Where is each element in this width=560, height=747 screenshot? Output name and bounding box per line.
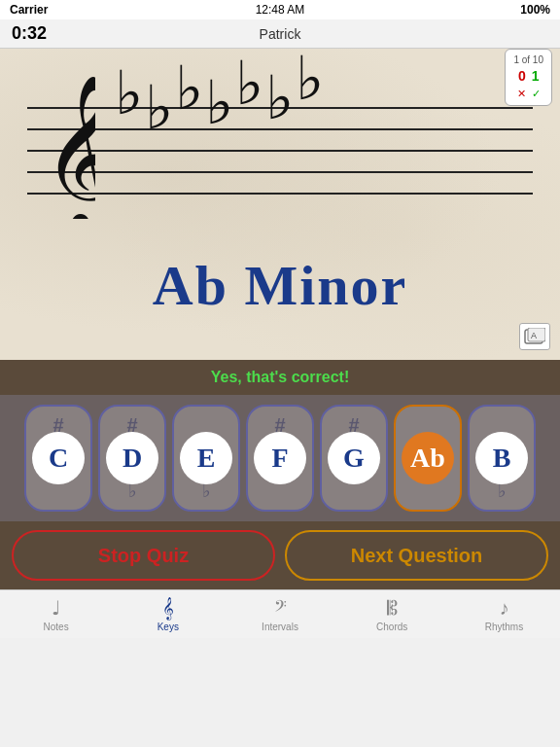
key-name-display: Ab Minor bbox=[153, 253, 408, 318]
status-bar: Carrier 12:48 AM 100% bbox=[0, 0, 560, 19]
tab-rhythms[interactable]: ♪Rhythms bbox=[448, 590, 560, 638]
chords-tab-icon: 𝄡 bbox=[387, 597, 398, 620]
flashcard-button[interactable]: A bbox=[519, 323, 550, 350]
next-question-button[interactable]: Next Question bbox=[285, 530, 548, 581]
rhythms-tab-icon: ♪ bbox=[499, 597, 508, 620]
tab-intervals[interactable]: 𝄢Intervals bbox=[224, 590, 335, 638]
flat-7: ♭ bbox=[296, 49, 324, 138]
flat-6: ♭ bbox=[265, 68, 294, 138]
notes-tab-icon: ♩ bbox=[52, 596, 60, 620]
key-button-b[interactable]: B♭ bbox=[468, 405, 536, 512]
key-label-ab: Ab bbox=[402, 432, 454, 484]
flat-symbol: ♭ bbox=[202, 480, 210, 502]
flat-symbol: ♭ bbox=[498, 480, 506, 502]
x-mark-icon: ✕ bbox=[517, 87, 526, 101]
key-button-c[interactable]: #C bbox=[24, 405, 92, 512]
key-label-f: F bbox=[254, 432, 306, 484]
staff-line-5 bbox=[27, 193, 533, 195]
right-count: 1 bbox=[532, 67, 540, 87]
treble-clef-icon: 𝄞 bbox=[37, 63, 95, 223]
chords-tab-label: Chords bbox=[376, 622, 407, 632]
battery-label: 100% bbox=[520, 3, 550, 17]
key-button-f[interactable]: #F bbox=[246, 405, 314, 512]
key-signature: ♭ ♭ ♭ ♭ ♭ ♭ ♭ bbox=[115, 68, 324, 138]
key-label-d: D bbox=[106, 432, 158, 484]
flat-3: ♭ bbox=[175, 58, 203, 138]
tab-bar: ♩Notes𝄞Keys𝄢Intervals𝄡Chords♪Rhythms bbox=[0, 589, 560, 638]
sharp-symbol: # bbox=[348, 414, 359, 437]
staff-line-4 bbox=[27, 171, 533, 173]
svg-text:A: A bbox=[531, 331, 537, 340]
header: 0:32 Patrick bbox=[0, 19, 560, 49]
feedback-bar: Yes, that's correct! bbox=[0, 360, 560, 395]
key-button-d[interactable]: #D♭ bbox=[98, 405, 166, 512]
sharp-symbol: # bbox=[126, 414, 137, 437]
check-icon: ✓ bbox=[532, 87, 541, 101]
wrong-count: 0 bbox=[518, 67, 526, 87]
time-label: 12:48 AM bbox=[256, 3, 305, 17]
intervals-tab-icon: 𝄢 bbox=[274, 597, 287, 620]
staff-container: 𝄞 ♭ ♭ ♭ ♭ ♭ ♭ ♭ bbox=[27, 78, 533, 233]
staff-area: 𝄞 ♭ ♭ ♭ ♭ ♭ ♭ ♭ Ab Minor A bbox=[0, 49, 560, 360]
sharp-symbol: # bbox=[274, 414, 285, 437]
key-button-e[interactable]: E♭ bbox=[172, 405, 240, 512]
staff-line-3 bbox=[27, 150, 533, 152]
key-label-e: E bbox=[180, 432, 232, 484]
flat-2: ♭ bbox=[145, 78, 173, 138]
timer-display: 0:32 bbox=[12, 23, 47, 44]
keyboard-area: #C#D♭E♭#F#GAbB♭ bbox=[0, 395, 560, 521]
stop-quiz-button[interactable]: Stop Quiz bbox=[12, 530, 275, 581]
tab-keys[interactable]: 𝄞Keys bbox=[112, 590, 224, 638]
flat-symbol: ♭ bbox=[128, 480, 136, 502]
keys-tab-icon: 𝄞 bbox=[162, 597, 174, 620]
flat-4: ♭ bbox=[205, 73, 233, 138]
rhythms-tab-label: Rhythms bbox=[485, 622, 523, 632]
sharp-symbol: # bbox=[52, 414, 63, 437]
feedback-text: Yes, that's correct! bbox=[211, 369, 350, 386]
key-button-g[interactable]: #G bbox=[320, 405, 388, 512]
key-label-c: C bbox=[32, 432, 85, 484]
action-bar: Stop Quiz Next Question bbox=[0, 521, 560, 589]
carrier-label: Carrier bbox=[10, 3, 48, 17]
tab-notes[interactable]: ♩Notes bbox=[0, 590, 112, 638]
user-name: Patrick bbox=[260, 26, 301, 42]
intervals-tab-label: Intervals bbox=[262, 622, 298, 632]
notes-tab-label: Notes bbox=[44, 622, 69, 632]
progress-label: 1 of 10 bbox=[513, 53, 543, 67]
svg-text:𝄞: 𝄞 bbox=[42, 77, 95, 219]
key-label-b: B bbox=[475, 432, 528, 484]
flat-5: ♭ bbox=[235, 53, 263, 138]
score-badge: 1 of 10 0 1 ✕ ✓ bbox=[505, 49, 552, 106]
keys-tab-label: Keys bbox=[158, 622, 179, 632]
flat-1: ♭ bbox=[115, 63, 143, 138]
key-label-g: G bbox=[328, 432, 380, 484]
key-button-ab[interactable]: Ab bbox=[394, 405, 462, 512]
tab-chords[interactable]: 𝄡Chords bbox=[336, 590, 448, 638]
